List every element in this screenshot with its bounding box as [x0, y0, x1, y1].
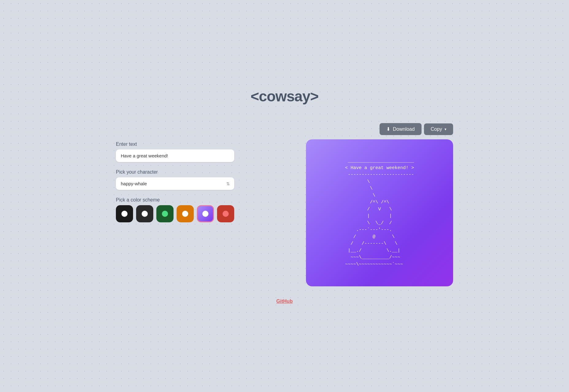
- text-label: Enter text: [116, 141, 234, 147]
- color-swatch-dark[interactable]: [136, 205, 153, 222]
- page-title: <cowsay>: [250, 88, 319, 105]
- color-field-group: Pick a color scheme: [116, 197, 234, 222]
- cowsay-text: ________________________ < Have a great …: [345, 158, 414, 268]
- color-label: Pick a color scheme: [116, 197, 234, 203]
- character-label: Pick your character: [116, 169, 234, 175]
- character-select[interactable]: happy-whale cow tux bunny dragon elephan…: [116, 177, 234, 190]
- github-link[interactable]: GitHub: [276, 299, 292, 304]
- copy-button[interactable]: Copy ▾: [424, 123, 453, 135]
- text-field-group: Enter text: [116, 141, 234, 162]
- left-panel: Enter text Pick your character happy-wha…: [116, 123, 234, 222]
- download-icon: ⬇: [386, 126, 390, 132]
- copy-label: Copy: [431, 126, 442, 132]
- action-buttons: ⬇ Download Copy ▾: [380, 123, 453, 135]
- text-input[interactable]: [116, 149, 234, 162]
- right-panel: ⬇ Download Copy ▾ ______________________…: [259, 123, 453, 286]
- character-field-group: Pick your character happy-whale cow tux …: [116, 169, 234, 190]
- cowsay-display: ________________________ < Have a great …: [306, 139, 453, 286]
- chevron-down-icon: ▾: [445, 127, 446, 131]
- main-content: Enter text Pick your character happy-wha…: [116, 123, 453, 286]
- color-swatch-green[interactable]: [156, 205, 174, 222]
- color-swatch-purple[interactable]: [197, 205, 214, 222]
- color-swatch-coral[interactable]: [217, 205, 234, 222]
- color-swatch-black[interactable]: [116, 205, 133, 222]
- character-select-wrapper: happy-whale cow tux bunny dragon elephan…: [116, 177, 234, 190]
- color-swatch-orange[interactable]: [177, 205, 194, 222]
- color-scheme-list: [116, 205, 234, 222]
- download-label: Download: [393, 126, 414, 132]
- download-button[interactable]: ⬇ Download: [380, 123, 421, 135]
